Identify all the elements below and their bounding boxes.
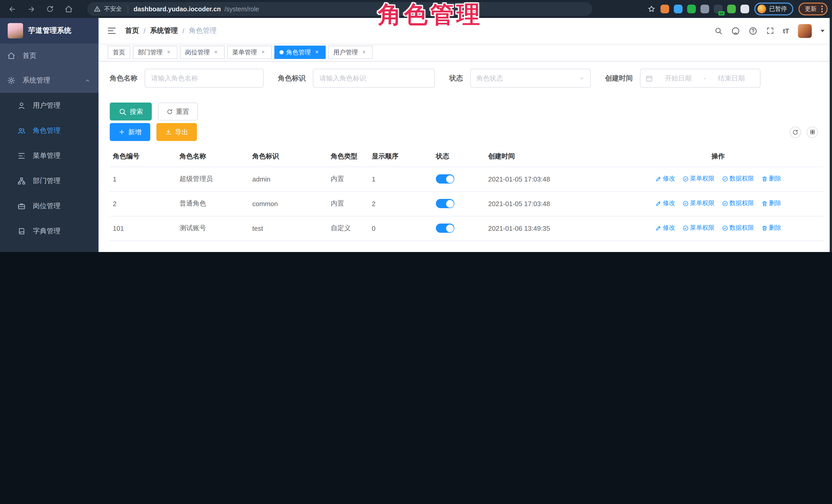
grid-icon bbox=[809, 129, 815, 135]
hamburger-icon[interactable] bbox=[107, 26, 116, 35]
menu-perm-link[interactable]: 菜单权限 bbox=[682, 199, 714, 208]
tab-user[interactable]: 用户管理× bbox=[328, 46, 373, 59]
fullscreen-icon[interactable] bbox=[766, 27, 774, 35]
table-toolbar: 新增 导出 bbox=[110, 123, 827, 141]
breadcrumb-system[interactable]: 系统管理 bbox=[150, 26, 178, 35]
extension-icon[interactable] bbox=[674, 5, 682, 13]
browser-home-icon[interactable] bbox=[64, 5, 73, 13]
search-button[interactable]: 搜索 bbox=[110, 103, 152, 121]
edit-link[interactable]: 修改 bbox=[655, 175, 675, 183]
browser-nav-buttons bbox=[0, 5, 82, 13]
reset-button[interactable]: 重置 bbox=[158, 103, 198, 121]
browser-update-button[interactable]: 更新 bbox=[798, 3, 828, 16]
col-display-order: 显示顺序 bbox=[369, 146, 433, 167]
extension-icon[interactable]: on bbox=[714, 5, 723, 13]
delete-link[interactable]: 删除 bbox=[761, 199, 781, 208]
extension-icon[interactable] bbox=[740, 5, 749, 13]
dict-icon bbox=[18, 227, 26, 235]
data-perm-link[interactable]: 数据权限 bbox=[722, 199, 754, 208]
forward-icon[interactable] bbox=[27, 5, 35, 13]
back-icon[interactable] bbox=[8, 5, 17, 13]
delete-link[interactable]: 删除 bbox=[761, 224, 781, 233]
table-row: 2普通角色common内置22021-01-05 17:03:48修改菜单权限数… bbox=[110, 191, 823, 216]
action-label: 数据权限 bbox=[729, 175, 754, 183]
help-icon[interactable] bbox=[748, 26, 757, 35]
app-logo-row[interactable]: 芋道管理系统 bbox=[0, 18, 99, 44]
reload-icon[interactable] bbox=[46, 5, 54, 13]
date-range-picker[interactable]: 开始日期 - 结束日期 bbox=[640, 69, 760, 88]
status-field: 状态 角色状态 bbox=[449, 69, 591, 88]
avatar-caret-icon[interactable] bbox=[821, 29, 825, 32]
refresh-icon bbox=[792, 129, 799, 135]
circle-check-icon bbox=[682, 201, 688, 207]
table-header-row: 角色编号 角色名称 角色标识 角色类型 显示顺序 状态 创建时间 操作 bbox=[110, 146, 823, 167]
tab-home[interactable]: 首页 bbox=[108, 46, 130, 59]
navbar-right-icons: ttTT bbox=[714, 24, 825, 38]
status-toggle[interactable] bbox=[436, 199, 454, 208]
tab-close-icon[interactable]: × bbox=[259, 49, 267, 56]
extension-icon[interactable] bbox=[727, 5, 736, 13]
font-size-icon[interactable]: ttTT bbox=[783, 27, 789, 35]
edit-icon bbox=[655, 201, 661, 207]
peoples-icon bbox=[18, 126, 26, 135]
sidebar-item-dept[interactable]: 部门管理 bbox=[0, 168, 99, 193]
chevron-down-icon bbox=[579, 75, 584, 81]
tab-role[interactable]: 角色管理× bbox=[274, 46, 326, 59]
github-icon[interactable] bbox=[731, 26, 740, 35]
breadcrumb-home[interactable]: 首页 bbox=[125, 26, 139, 35]
sidebar-item-home[interactable]: 首页 bbox=[0, 44, 99, 68]
page-scrollbar[interactable] bbox=[830, 18, 832, 252]
extension-icon[interactable] bbox=[687, 5, 696, 13]
tab-menu[interactable]: 菜单管理× bbox=[227, 46, 272, 59]
browser-menu-icon[interactable] bbox=[821, 6, 823, 12]
cell-order: 2 bbox=[369, 191, 433, 216]
edit-icon bbox=[655, 176, 661, 182]
sidebar-item-system[interactable]: 系统管理 bbox=[0, 68, 99, 93]
action-label: 数据权限 bbox=[729, 199, 754, 208]
tab-close-icon[interactable]: × bbox=[361, 49, 368, 56]
data-perm-link[interactable]: 数据权限 bbox=[722, 175, 754, 183]
cell-name: 超级管理员 bbox=[176, 167, 249, 191]
extension-icon[interactable] bbox=[660, 5, 669, 13]
tab-dept[interactable]: 部门管理× bbox=[133, 46, 177, 59]
cell-status bbox=[433, 167, 485, 191]
cell-create-time: 2021-01-05 17:03:48 bbox=[485, 191, 613, 216]
bookmark-star-icon[interactable] bbox=[648, 5, 655, 13]
tab-close-icon[interactable]: × bbox=[212, 49, 219, 56]
menu-perm-link[interactable]: 菜单权限 bbox=[682, 224, 714, 233]
data-perm-link[interactable]: 数据权限 bbox=[722, 224, 754, 233]
cell-name: 普通角色 bbox=[176, 191, 249, 216]
omnibox-divider bbox=[127, 5, 128, 12]
add-button[interactable]: 新增 bbox=[110, 123, 150, 141]
cell-order: 0 bbox=[369, 216, 433, 240]
sidebar-item-label: 字典管理 bbox=[33, 227, 99, 236]
table-refresh-button[interactable] bbox=[790, 126, 801, 138]
circle-check-icon bbox=[682, 176, 688, 182]
role-key-input[interactable] bbox=[313, 69, 435, 88]
sidebar-item-notice[interactable]: 通知公告 bbox=[0, 243, 99, 252]
sync-paused-chip[interactable]: 已暂停 bbox=[754, 3, 793, 16]
edit-link[interactable]: 修改 bbox=[655, 199, 675, 208]
status-select[interactable]: 角色状态 bbox=[470, 69, 591, 88]
export-button[interactable]: 导出 bbox=[156, 123, 197, 141]
status-toggle[interactable] bbox=[436, 223, 454, 233]
extension-icon[interactable] bbox=[700, 5, 709, 13]
tab-post[interactable]: 岗位管理× bbox=[180, 46, 225, 59]
tab-close-icon[interactable]: × bbox=[165, 49, 172, 56]
tab-close-icon[interactable]: × bbox=[313, 49, 320, 56]
menu-perm-link[interactable]: 菜单权限 bbox=[682, 175, 714, 183]
sidebar-item-post[interactable]: 岗位管理 bbox=[0, 193, 99, 218]
sidebar-item-menu[interactable]: 菜单管理 bbox=[0, 143, 99, 168]
role-name-input[interactable] bbox=[145, 69, 264, 88]
sidebar-item-dict[interactable]: 字典管理 bbox=[0, 218, 99, 243]
column-settings-button[interactable] bbox=[807, 126, 818, 138]
address-bar[interactable]: 不安全 dashboard.yudao.iocoder.cn/system/ro… bbox=[87, 2, 592, 16]
sidebar-item-role[interactable]: 角色管理 bbox=[0, 118, 99, 143]
edit-link[interactable]: 修改 bbox=[655, 224, 675, 233]
header-search-icon[interactable] bbox=[714, 27, 722, 35]
sidebar-item-user[interactable]: 用户管理 bbox=[0, 93, 99, 118]
status-toggle[interactable] bbox=[436, 174, 454, 184]
delete-link[interactable]: 删除 bbox=[761, 175, 781, 183]
paused-label: 已暂停 bbox=[769, 5, 787, 13]
user-avatar[interactable] bbox=[798, 24, 812, 38]
